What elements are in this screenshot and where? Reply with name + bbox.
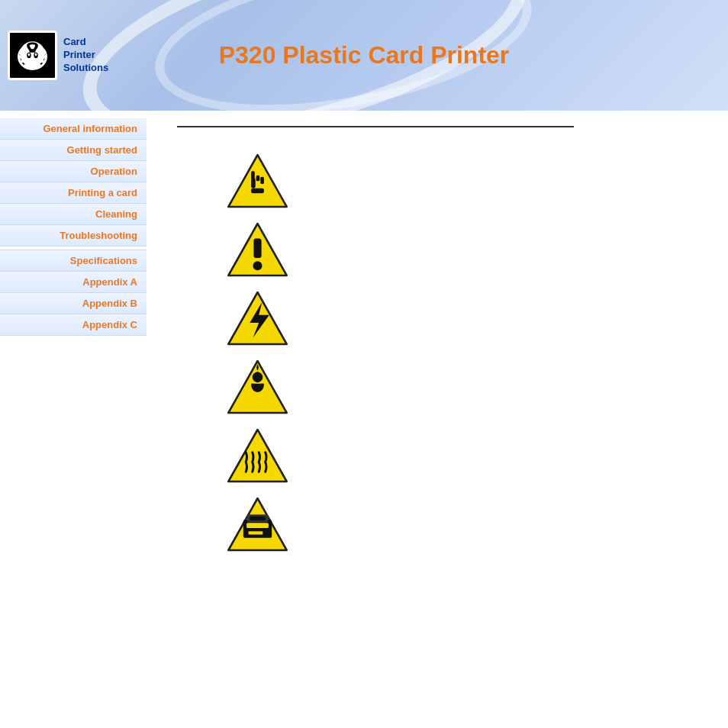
sidebar-item-appendix-a[interactable]: Appendix A — [0, 272, 147, 293]
svg-rect-11 — [251, 188, 264, 194]
svg-rect-23 — [243, 520, 271, 538]
sidebar-item-general-information[interactable]: General information — [0, 118, 147, 140]
svg-rect-10 — [260, 177, 264, 184]
warning-icons-container — [177, 150, 697, 555]
sidebar-item-troubleshooting[interactable]: Troubleshooting — [0, 225, 147, 246]
main-content — [147, 111, 728, 728]
header: Card Printer Solutions P320 Plastic Card… — [0, 0, 728, 111]
svg-rect-12 — [251, 171, 255, 179]
general-warning-icon — [223, 219, 292, 280]
sidebar-item-cleaning[interactable]: Cleaning — [0, 204, 147, 225]
svg-rect-27 — [250, 517, 265, 520]
svg-rect-8 — [251, 179, 256, 188]
sidebar-item-appendix-c[interactable]: Appendix C — [0, 314, 147, 336]
equipment-warning-icon — [223, 494, 292, 555]
divider — [177, 126, 574, 127]
sidebar-item-printing-a-card[interactable]: Printing a card — [0, 182, 147, 204]
sidebar-item-operation[interactable]: Operation — [0, 161, 147, 182]
sidebar-item-appendix-b[interactable]: Appendix B — [0, 293, 147, 314]
svg-marker-21 — [228, 430, 287, 482]
svg-point-15 — [253, 261, 262, 270]
svg-point-6 — [35, 53, 37, 56]
page-title: P320 Plastic Card Printer — [149, 41, 728, 69]
svg-rect-24 — [246, 523, 269, 528]
electrical-warning-icon — [223, 288, 292, 349]
svg-rect-9 — [256, 176, 259, 181]
sidebar-item-getting-started[interactable]: Getting started — [0, 140, 147, 161]
hand-warning-icon — [223, 150, 292, 211]
zebra-logo — [8, 31, 57, 80]
svg-rect-14 — [253, 239, 261, 259]
svg-rect-25 — [248, 531, 263, 534]
sidebar-item-specifications[interactable]: Specifications — [0, 250, 147, 272]
layout: General information Getting started Oper… — [0, 111, 728, 728]
logo-area: Card Printer Solutions — [0, 31, 149, 80]
sidebar: General information Getting started Oper… — [0, 111, 147, 728]
logo-text: Card Printer Solutions — [63, 36, 108, 75]
svg-point-5 — [28, 53, 31, 56]
liquid-warning-icon — [223, 356, 292, 417]
heat-warning-icon — [223, 425, 292, 486]
